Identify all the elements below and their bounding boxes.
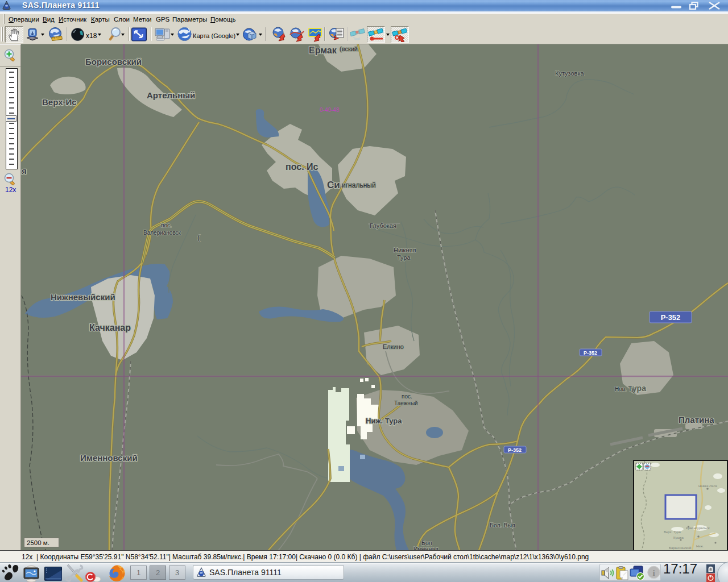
svg-text:я: я xyxy=(22,166,27,176)
svg-text:Артельный: Артельный xyxy=(147,90,195,100)
svg-text:Тура: Тура xyxy=(397,254,411,261)
svg-text:i: i xyxy=(652,568,655,577)
svg-text:Си: Си xyxy=(327,180,340,190)
svg-text:2500 м.: 2500 м. xyxy=(27,539,49,546)
svg-text:Елкино: Елкино xyxy=(383,343,404,350)
svg-text:Таежный: Таежный xyxy=(394,400,418,406)
svg-text:Р-352: Р-352 xyxy=(508,447,522,453)
svg-text:(: ( xyxy=(197,233,200,242)
svg-text:игнальный: игнальный xyxy=(342,181,376,189)
svg-text:Кутузовка: Кутузовка xyxy=(555,70,585,77)
svg-text:Именновский: Именновский xyxy=(80,453,138,463)
svg-text:0-40-48: 0-40-48 xyxy=(320,107,340,113)
svg-text:Ермак: Ермак xyxy=(309,45,337,55)
svg-text:пос.: пос. xyxy=(402,393,412,400)
svg-text:Глубокая: Глубокая xyxy=(370,222,396,229)
svg-text:Р-352: Р-352 xyxy=(584,350,597,356)
svg-text:Баранчинский: Баранчинский xyxy=(669,546,691,550)
svg-text:Новая Ляля: Новая Ляля xyxy=(698,484,717,488)
svg-text:Нижняя: Нижняя xyxy=(394,247,416,253)
svg-text:Платина: Платина xyxy=(679,415,714,425)
svg-text:Ниж. Тура: Ниж. Тура xyxy=(366,417,402,425)
svg-text:Бол. Выя: Бол. Выя xyxy=(490,522,515,529)
svg-text:пос.: пос. xyxy=(161,222,172,228)
svg-text:Валериановск: Валериановск xyxy=(143,230,181,236)
svg-text:Кушва: Кушва xyxy=(673,536,684,539)
svg-text:Ниж.: Ниж. xyxy=(696,544,704,548)
svg-text:пос. Ис: пос. Ис xyxy=(286,162,318,172)
svg-text:Качканар: Качканар xyxy=(89,323,131,332)
svg-text:ура: ура xyxy=(632,384,646,393)
svg-text:Нижневыйский: Нижневыйский xyxy=(51,292,115,302)
svg-text:Р-352: Р-352 xyxy=(661,313,681,322)
svg-text:Борисовский: Борисовский xyxy=(85,57,142,66)
svg-text:Нов. Ту: Нов. Ту xyxy=(615,386,634,392)
svg-text:(вский: (вский xyxy=(340,45,358,52)
svg-text:Красноуральск: Красноуральск xyxy=(686,526,710,530)
svg-text:Именная: Именная xyxy=(413,546,439,550)
svg-text:Верх. Тура: Верх. Тура xyxy=(664,530,681,534)
svg-text:Верх-Ис: Верх-Ис xyxy=(42,97,77,107)
